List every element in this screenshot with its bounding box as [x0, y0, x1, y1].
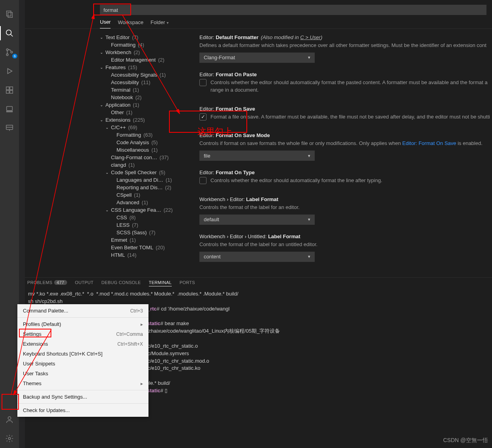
toc-count: (2): [165, 184, 171, 190]
gear-icon[interactable]: [4, 433, 15, 444]
toc-item[interactable]: Accessibility(11): [100, 79, 193, 86]
menu-item[interactable]: Check for Updates...: [17, 405, 148, 415]
toc-label: Extensions: [105, 117, 131, 123]
toc-item[interactable]: Formatting(4): [100, 41, 193, 49]
svg-point-4: [6, 49, 8, 51]
toc-item[interactable]: SCSS (Sass)(7): [100, 229, 193, 236]
menu-label: Themes: [23, 380, 41, 386]
format-on-save-mode-select[interactable]: file▾: [199, 151, 315, 161]
toc-count: (1): [133, 87, 139, 93]
toc-item[interactable]: Accessibility Signals(1): [100, 71, 193, 79]
toc-item[interactable]: ⌄Extensions(225): [100, 116, 193, 124]
toc-item[interactable]: CSpell(1): [100, 191, 193, 199]
svg-line-3: [11, 34, 13, 37]
toc-item[interactable]: Formatting(63): [100, 131, 193, 139]
setting-format-on-save: Editor: Format On Save Format a file on …: [199, 106, 492, 124]
toc-item[interactable]: Languages and Di…(1): [100, 176, 193, 184]
format-on-save-checkbox[interactable]: [199, 113, 207, 120]
toc-item[interactable]: HTML(14): [100, 251, 193, 259]
tab-ports[interactable]: PORTS: [180, 280, 195, 286]
toc-item[interactable]: CSS(8): [100, 214, 193, 221]
toc-item[interactable]: Emmet(1): [100, 236, 193, 244]
label-format-select[interactable]: default▾: [199, 215, 315, 225]
toc-item[interactable]: clangd(1): [100, 161, 193, 169]
toc-count: (1): [126, 109, 133, 115]
toc-item[interactable]: Other(1): [100, 109, 193, 116]
toc-item[interactable]: Clang-Format con…(37): [100, 154, 193, 161]
toc-item[interactable]: Terminal(1): [100, 86, 193, 94]
menu-separator: [17, 317, 148, 318]
menu-item[interactable]: Themes▸: [17, 378, 148, 388]
toc-item[interactable]: LESS(7): [100, 221, 193, 229]
toc-count: (2): [134, 49, 140, 55]
menu-item[interactable]: Command Palette...Ctrl+3: [17, 306, 148, 316]
svg-point-18: [8, 437, 11, 440]
toc-count: (8): [130, 215, 136, 220]
search-input[interactable]: [100, 5, 486, 15]
toc-label: SCSS (Sass): [116, 230, 147, 235]
menu-label: Settings: [23, 331, 41, 337]
menu-item[interactable]: Backup and Sync Settings...: [17, 392, 148, 402]
tab-problems[interactable]: PROBLEMS477: [27, 280, 67, 286]
tab-workspace[interactable]: Workspace: [118, 19, 143, 28]
chevron-right-icon: ▸: [141, 322, 143, 327]
menu-item[interactable]: User Snippets: [17, 359, 148, 369]
toc-item[interactable]: Reporting and Dis…(2): [100, 184, 193, 191]
toc-label: Notebook: [111, 94, 133, 100]
format-on-type-checkbox[interactable]: [199, 177, 207, 184]
default-formatter-select[interactable]: Clang-Format▾: [199, 53, 315, 63]
tab-folder[interactable]: Folder▾: [150, 19, 169, 28]
toc-item[interactable]: Miscellaneous(1): [100, 146, 193, 154]
menu-item[interactable]: SettingsCtrl+Comma: [17, 329, 148, 339]
toc-item[interactable]: Code Analysis(5): [100, 139, 193, 146]
toc-item[interactable]: Advanced(1): [100, 199, 193, 206]
toc-item[interactable]: ⌄Text Editor(7): [100, 34, 193, 41]
settings-toc[interactable]: ⌄Text Editor(7)Formatting(4)⌄Workbench(2…: [97, 29, 195, 277]
toc-label: Miscellaneous: [116, 147, 149, 153]
untitled-label-format-select[interactable]: content▾: [199, 252, 315, 262]
tab-terminal[interactable]: TERMINAL: [149, 280, 172, 286]
chevron-icon: ⌄: [105, 125, 111, 130]
svg-rect-0: [7, 11, 11, 16]
toc-item[interactable]: ⌄CSS Language Fea…(22): [100, 206, 193, 214]
toc-count: (5): [159, 169, 165, 175]
toc-item[interactable]: ⌄Features(15): [100, 64, 193, 71]
explorer-icon[interactable]: [4, 9, 15, 20]
settings-content[interactable]: ⚙ Editor: Default Formatter(Also modifie…: [195, 29, 492, 277]
svg-rect-11: [10, 87, 13, 90]
toc-label: Accessibility Signals: [111, 72, 157, 78]
chevron-icon: ⌄: [105, 208, 111, 212]
toc-item[interactable]: ⌄Workbench(2): [100, 49, 193, 56]
menu-item[interactable]: Keyboard Shortcuts [Ctrl+K Ctrl+S]: [17, 349, 148, 359]
tab-output[interactable]: OUTPUT: [75, 280, 94, 286]
account-icon[interactable]: [4, 414, 15, 425]
toc-count: (1): [128, 162, 135, 168]
format-on-save-link[interactable]: Editor: Format On Save: [402, 140, 456, 146]
search-icon[interactable]: [4, 28, 15, 39]
tab-user[interactable]: User: [100, 19, 111, 28]
menu-item[interactable]: Profiles (Default)▸: [17, 319, 148, 329]
panel-icon[interactable]: [4, 104, 15, 115]
remote-icon[interactable]: [4, 122, 15, 134]
extensions-icon[interactable]: [4, 85, 15, 96]
toc-item[interactable]: ⌄Code Spell Checker(5): [100, 169, 193, 176]
format-on-paste-checkbox[interactable]: [199, 79, 207, 86]
panel-tabs: PROBLEMS477 OUTPUT DEBUG CONSOLE TERMINA…: [25, 278, 492, 289]
toc-label: C/C++: [111, 124, 126, 130]
toc-item[interactable]: Notebook(2): [100, 94, 193, 101]
toc-item[interactable]: Editor Management(2): [100, 56, 193, 64]
menu-label: User Snippets: [23, 361, 55, 367]
source-control-icon[interactable]: 6: [4, 47, 15, 58]
run-debug-icon[interactable]: [4, 66, 15, 77]
toc-label: Even Better TOML: [111, 245, 153, 250]
toc-item[interactable]: Even Better TOML(20): [100, 244, 193, 251]
menu-item[interactable]: User Tasks: [17, 369, 148, 378]
toc-count: (5): [151, 139, 158, 145]
toc-item[interactable]: ⌄C/C++(69): [100, 124, 193, 131]
menu-item[interactable]: ExtensionsCtrl+Shift+X: [17, 339, 148, 349]
toc-item[interactable]: ⌄Application(1): [100, 101, 193, 109]
gear-context-menu: Command Palette...Ctrl+3Profiles (Defaul…: [17, 304, 148, 417]
toc-label: Other: [111, 109, 124, 115]
tab-debug-console[interactable]: DEBUG CONSOLE: [101, 280, 141, 286]
setting-untitled-label-format: Workbench › Editor › Untitled: Label For…: [199, 233, 492, 262]
